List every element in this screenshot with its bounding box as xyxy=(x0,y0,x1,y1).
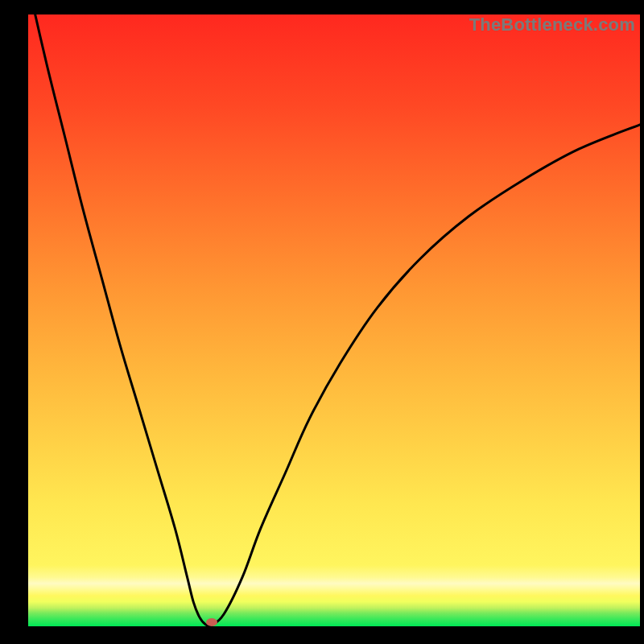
bottleneck-curve xyxy=(28,14,640,626)
chart-frame: TheBottleneck.com xyxy=(0,0,644,644)
curve-svg xyxy=(28,14,640,626)
plot-area: TheBottleneck.com xyxy=(28,14,640,626)
optimal-point-marker xyxy=(206,618,217,626)
